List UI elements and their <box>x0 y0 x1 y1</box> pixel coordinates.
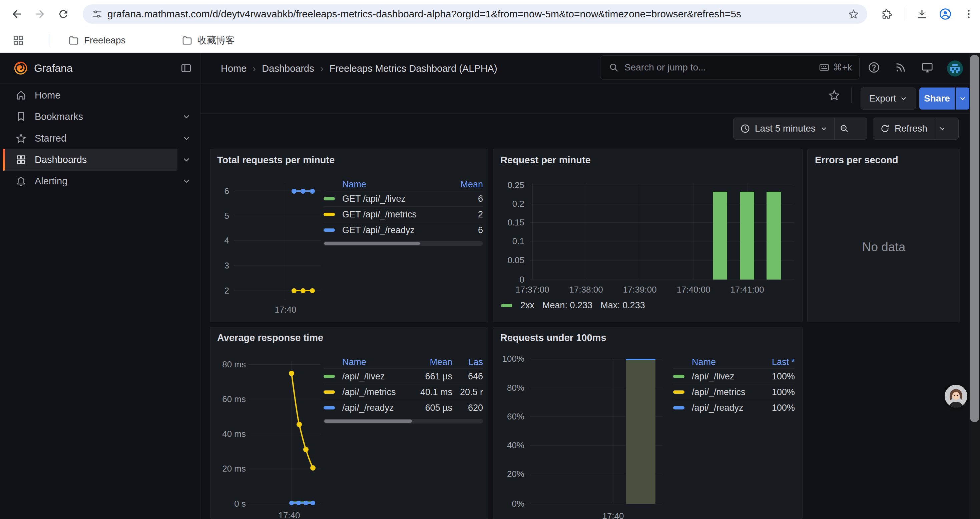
legend-header: Name Mean <box>323 178 483 191</box>
legend-table: Name Mean Las /api/_/livez 661 µs 646 /a… <box>323 356 483 423</box>
y-tick: 0.2 <box>498 198 524 209</box>
series-swatch <box>323 213 335 216</box>
series-name: GET /api/_/metrics <box>342 209 446 220</box>
panel-title[interactable]: Request per minute <box>500 155 591 166</box>
series-mean: 2 <box>446 209 483 220</box>
panel-requests-under-100ms: Requests under 100ms 100% 80% 60% 40% 20… <box>493 327 803 519</box>
bookmark-label: 收藏博客 <box>197 34 235 47</box>
bell-icon <box>15 175 27 187</box>
scrollbar-thumb[interactable] <box>970 55 979 422</box>
gridline <box>530 279 794 280</box>
breadcrumb-home[interactable]: Home <box>221 63 247 74</box>
legend-row[interactable]: GET /api/_/livez 6 <box>323 191 483 206</box>
x-tick: 17:41:00 <box>721 284 774 295</box>
brand-name[interactable]: Grafana <box>34 62 73 75</box>
chevron-down-icon[interactable] <box>182 177 191 185</box>
help-icon[interactable] <box>864 57 884 77</box>
panel-request-per-minute: Request per minute 0.25 0.2 0.15 0.1 0.0… <box>493 149 803 322</box>
y-tick: 0.15 <box>498 217 524 228</box>
monitor-icon[interactable] <box>917 57 937 77</box>
user-avatar[interactable] <box>947 60 963 77</box>
folder-icon <box>181 35 193 46</box>
legend-row[interactable]: GET /api/_/metrics 2 <box>323 206 483 222</box>
omnibox[interactable] <box>83 4 867 24</box>
search-box[interactable]: ⌘+k <box>600 56 859 80</box>
favorite-star-icon[interactable] <box>828 89 841 102</box>
sidebar-item-alerting[interactable]: Alerting <box>0 170 200 192</box>
search-input[interactable] <box>624 62 819 73</box>
x-tick: 17:40 <box>593 511 633 519</box>
refresh-button[interactable]: Refresh <box>873 118 934 139</box>
downloads-icon[interactable] <box>913 5 931 23</box>
legend-row[interactable]: GET /api/_/readyz 6 <box>323 222 483 238</box>
back-icon[interactable] <box>7 5 26 23</box>
reload-icon[interactable] <box>54 5 73 23</box>
legend-row[interactable]: /api/_/livez 661 µs 646 <box>323 368 483 384</box>
series-name[interactable]: 2xx <box>520 300 535 311</box>
series-last: 620 <box>452 403 483 413</box>
legend-row[interactable]: /api/_/metrics 100% <box>673 384 795 400</box>
sidebar-toggle-icon[interactable] <box>180 62 192 74</box>
legend-header-name[interactable]: Name <box>342 357 402 367</box>
site-settings-icon[interactable] <box>91 8 103 20</box>
zoom-out-button[interactable] <box>835 118 854 139</box>
share-dropdown-button[interactable] <box>956 88 970 110</box>
panel-title[interactable]: Requests under 100ms <box>500 332 606 343</box>
legend-header-last[interactable]: Last * <box>758 357 795 367</box>
floating-avatar[interactable] <box>945 385 967 407</box>
series-mean: 40.1 ms <box>402 387 452 398</box>
browser-menu-icon[interactable] <box>959 5 978 23</box>
bookmark-folder-freeleaps[interactable]: Freeleaps <box>63 32 131 49</box>
legend-header-last[interactable]: Las <box>452 357 483 367</box>
legend-header: Name Mean Las <box>323 356 483 368</box>
sidebar-item-home[interactable]: Home <box>0 85 200 106</box>
legend-row[interactable]: /api/_/readyz 605 µs 620 <box>323 400 483 415</box>
series-name: /api/_/livez <box>692 371 758 382</box>
time-range-picker[interactable]: Last 5 minutes <box>733 118 834 139</box>
chevron-down-icon <box>939 125 946 132</box>
sidebar-item-bookmarks[interactable]: Bookmarks <box>0 106 200 127</box>
share-button[interactable]: Share <box>919 88 955 110</box>
rss-icon[interactable] <box>891 57 911 77</box>
x-tick: 17:39:00 <box>613 284 667 295</box>
chevron-down-icon[interactable] <box>182 112 191 121</box>
legend-header-name[interactable]: Name <box>342 179 446 190</box>
y-tick: 0 <box>498 274 524 285</box>
series-last: 100% <box>758 403 795 413</box>
legend-header-mean[interactable]: Mean <box>446 179 483 190</box>
sidebar-item-label: Bookmarks <box>35 111 83 122</box>
export-button[interactable]: Export <box>861 88 916 110</box>
chevron-down-icon[interactable] <box>182 155 191 164</box>
series-mean: 6 <box>446 225 483 235</box>
refresh-interval-button[interactable] <box>934 118 950 139</box>
bookmark-star-icon[interactable] <box>848 8 859 20</box>
sidebar-item-dashboards[interactable]: Dashboards <box>0 149 200 170</box>
legend-header-mean[interactable]: Mean <box>402 357 452 367</box>
forward-icon[interactable] <box>31 5 49 23</box>
breadcrumb-dashboards[interactable]: Dashboards <box>262 63 314 74</box>
apps-grid-icon[interactable] <box>12 34 25 47</box>
bookmark-folder-blogs[interactable]: 收藏博客 <box>176 32 240 49</box>
url-bar[interactable] <box>107 8 848 20</box>
extensions-icon[interactable] <box>877 5 896 23</box>
panel-title[interactable]: Total requests per minute <box>217 155 334 166</box>
refresh-icon <box>880 124 890 134</box>
breadcrumb-current: Freeleaps Metrics Dashboard (ALPHA) <box>329 63 497 74</box>
x-tick: 17:37:00 <box>506 284 559 295</box>
bookmark-icon <box>15 111 27 122</box>
legend-row[interactable]: /api/_/metrics 40.1 ms 20.5 r <box>323 384 483 400</box>
grafana-logo[interactable] <box>13 61 28 75</box>
legend-scrollbar[interactable] <box>323 419 483 423</box>
profile-icon[interactable] <box>936 5 955 23</box>
legend-row[interactable]: /api/_/livez 100% <box>673 368 795 384</box>
chevron-down-icon[interactable] <box>182 134 191 143</box>
toolbar-divider <box>905 7 905 21</box>
chevron-right-icon: › <box>314 63 329 74</box>
legend-header-name[interactable]: Name <box>692 357 758 367</box>
page-scrollbar[interactable] <box>969 53 980 519</box>
sidebar-item-starred[interactable]: Starred <box>0 128 200 149</box>
legend-row[interactable]: /api/_/readyz 100% <box>673 400 795 415</box>
panel-title[interactable]: Errors per second <box>815 155 898 166</box>
export-label: Export <box>869 93 896 104</box>
legend-scrollbar[interactable] <box>323 241 483 246</box>
